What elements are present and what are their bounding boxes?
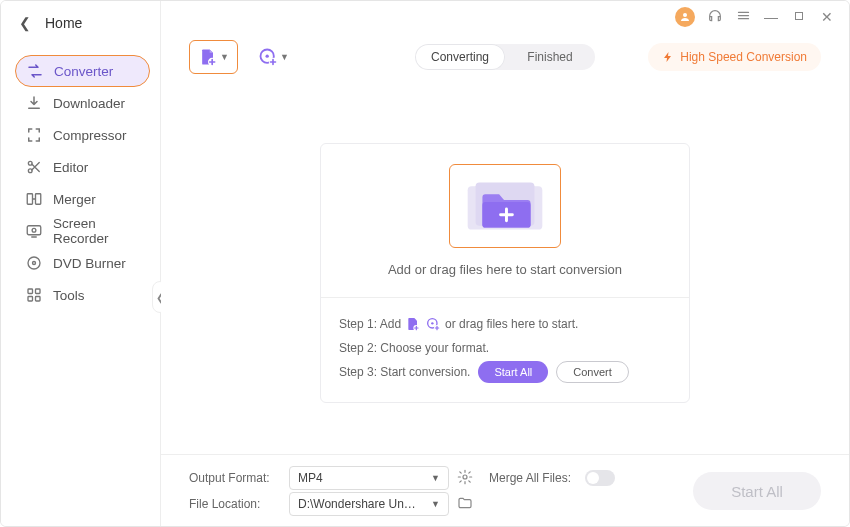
add-file-button[interactable]: ▼: [189, 40, 238, 74]
download-icon: [25, 94, 43, 112]
minimize-icon[interactable]: —: [763, 9, 779, 25]
tabs: Converting Finished: [415, 44, 595, 70]
start-all-footer-button[interactable]: Start All: [693, 472, 821, 510]
step-2: Step 2: Choose your format.: [339, 336, 671, 360]
sidebar-item-downloader[interactable]: Downloader: [15, 87, 150, 119]
folder-plus-icon: [450, 164, 560, 248]
sidebar-item-compressor[interactable]: Compressor: [15, 119, 150, 151]
headset-icon[interactable]: [707, 8, 723, 27]
svg-rect-3: [36, 194, 41, 205]
svg-point-23: [431, 322, 433, 324]
sidebar-item-label: Screen Recorder: [53, 216, 140, 246]
close-icon[interactable]: ✕: [819, 9, 835, 25]
add-files-dropzone[interactable]: [449, 164, 561, 248]
main: — ✕ ▼ ▼ Converting Finished High Speed C…: [161, 1, 849, 526]
record-icon: [25, 222, 43, 240]
step1-pre: Step 1: Add: [339, 312, 401, 336]
nav: Converter Downloader Compressor Editor M…: [1, 45, 160, 311]
step-3: Step 3: Start conversion. Start All Conv…: [339, 360, 671, 384]
chevron-down-icon: ▼: [280, 52, 289, 62]
dropzone: Add or drag files here to start conversi…: [320, 143, 690, 403]
scissors-icon: [25, 158, 43, 176]
svg-rect-11: [36, 297, 41, 302]
svg-rect-9: [36, 289, 41, 294]
home-label: Home: [45, 15, 82, 31]
sidebar-item-label: Compressor: [53, 128, 127, 143]
compress-icon: [25, 126, 43, 144]
sidebar-item-converter[interactable]: Converter: [15, 55, 150, 87]
sidebar: ❮ Home Converter Downloader Compressor E…: [1, 1, 161, 526]
svg-point-16: [265, 55, 268, 58]
browse-folder-icon[interactable]: [457, 495, 481, 514]
sidebar-item-label: Converter: [54, 64, 113, 79]
merge-label: Merge All Files:: [489, 471, 577, 485]
tab-finished[interactable]: Finished: [505, 44, 595, 70]
step1-post: or drag files here to start.: [445, 312, 578, 336]
merge-icon: [25, 190, 43, 208]
add-disc-icon: [258, 47, 278, 67]
chevron-down-icon: ▼: [220, 52, 229, 62]
divider: [321, 297, 689, 298]
bolt-icon: [662, 51, 674, 63]
menu-icon[interactable]: [735, 8, 751, 26]
converter-icon: [26, 62, 44, 80]
file-location-select[interactable]: D:\Wondershare UniConverter 1 ▼: [289, 492, 449, 516]
svg-rect-13: [796, 13, 803, 20]
sidebar-item-editor[interactable]: Editor: [15, 151, 150, 183]
maximize-icon[interactable]: [791, 9, 807, 25]
sidebar-item-label: Merger: [53, 192, 96, 207]
svg-point-6: [28, 257, 40, 269]
settings-icon[interactable]: [457, 469, 481, 488]
sidebar-item-label: Downloader: [53, 96, 125, 111]
output-format-label: Output Format:: [189, 471, 281, 485]
add-file-icon: [198, 47, 218, 67]
chevron-down-icon: ▼: [431, 499, 440, 509]
tab-converting[interactable]: Converting: [415, 44, 505, 70]
avatar-icon[interactable]: [675, 7, 695, 27]
output-format-select[interactable]: MP4 ▼: [289, 466, 449, 490]
sidebar-item-merger[interactable]: Merger: [15, 183, 150, 215]
svg-rect-2: [27, 194, 32, 205]
add-dvd-button[interactable]: ▼: [250, 40, 297, 74]
convert-button[interactable]: Convert: [556, 361, 629, 383]
dropzone-area: Add or drag files here to start conversi…: [161, 143, 849, 403]
add-disc-icon: [425, 316, 441, 332]
toolbar: ▼ ▼ Converting Finished High Speed Conve…: [161, 33, 849, 81]
high-speed-label: High Speed Conversion: [680, 50, 807, 64]
disc-icon: [25, 254, 43, 272]
dropzone-text: Add or drag files here to start conversi…: [339, 262, 671, 277]
high-speed-conversion[interactable]: High Speed Conversion: [648, 43, 821, 71]
file-location-label: File Location:: [189, 497, 281, 511]
sidebar-item-label: Editor: [53, 160, 88, 175]
home-row[interactable]: ❮ Home: [1, 1, 160, 45]
step3-label: Step 3: Start conversion.: [339, 360, 470, 384]
sidebar-item-label: Tools: [53, 288, 85, 303]
svg-point-12: [683, 13, 687, 17]
file-location-value: D:\Wondershare UniConverter 1: [298, 497, 418, 511]
start-all-button[interactable]: Start All: [478, 361, 548, 383]
svg-point-25: [463, 475, 467, 479]
grid-icon: [25, 286, 43, 304]
svg-point-5: [32, 228, 36, 232]
sidebar-item-label: DVD Burner: [53, 256, 126, 271]
steps: Step 1: Add or drag files here to start.…: [339, 312, 671, 384]
add-file-icon: [405, 316, 421, 332]
sidebar-item-dvd-burner[interactable]: DVD Burner: [15, 247, 150, 279]
window-controls: — ✕: [161, 1, 849, 33]
svg-rect-10: [28, 297, 33, 302]
svg-rect-8: [28, 289, 33, 294]
back-icon[interactable]: ❮: [19, 15, 31, 31]
step-1: Step 1: Add or drag files here to start.: [339, 312, 671, 336]
footer: Output Format: MP4 ▼ Merge All Files: St…: [161, 454, 849, 526]
svg-rect-4: [27, 226, 41, 235]
svg-point-7: [33, 262, 36, 265]
sidebar-item-screen-recorder[interactable]: Screen Recorder: [15, 215, 150, 247]
chevron-down-icon: ▼: [431, 473, 440, 483]
output-format-value: MP4: [298, 471, 323, 485]
merge-toggle[interactable]: [585, 470, 615, 486]
sidebar-item-tools[interactable]: Tools: [15, 279, 150, 311]
